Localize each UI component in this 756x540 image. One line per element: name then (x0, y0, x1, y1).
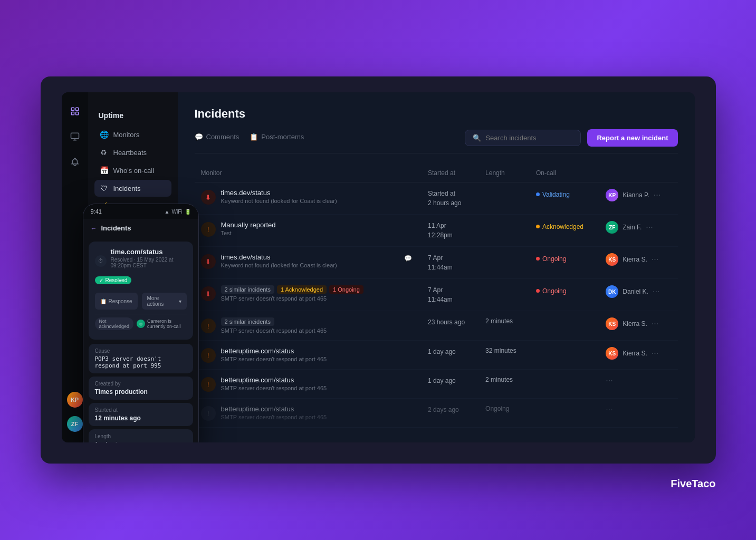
length-value: 32 minutes (479, 341, 530, 370)
mobile-length-label: Length (95, 433, 187, 439)
main-content: Incidents 💬 Comments 📋 Post-mortems 🔍 (178, 92, 695, 442)
table-row[interactable]: ! Manually reported Test 11 Apr12:28pm (195, 215, 678, 247)
monitor-status-icon: ⬇ (201, 254, 216, 269)
mobile-action-row: 📋 Response More actions ▾ (95, 293, 187, 310)
started-time: 7 Apr11:44am (422, 247, 479, 279)
oncall-cell: KS Kierra S. ··· (606, 347, 671, 360)
page-title: Incidents (195, 107, 678, 121)
post-mortems-icon: 📋 (250, 133, 258, 141)
started-time: 11 Apr12:28pm (422, 215, 479, 247)
table-row[interactable]: ⬇ times.dev/status Keyword not found (lo… (195, 182, 678, 215)
search-input[interactable] (485, 134, 573, 142)
oncall-icon: 📅 (100, 166, 108, 175)
brand-logo: FiveTaco (671, 478, 715, 490)
mobile-incident-title: time.com/status (111, 248, 187, 256)
mobile-back-button[interactable]: ← (91, 225, 97, 232)
search-box: 🔍 (465, 130, 581, 146)
mobile-badge-row: Not acknowledged C Cameron is currently … (95, 314, 187, 333)
sidebar-nav-icon-3[interactable] (66, 153, 83, 170)
incidents-table: Monitor Started at Length On-call (195, 164, 678, 428)
sidebar-item-monitors[interactable]: 🌐 Monitors (94, 126, 171, 143)
svg-rect-1 (75, 108, 78, 110)
status-dot (536, 289, 540, 293)
more-button[interactable]: ··· (652, 319, 658, 329)
oncall-avatar: KS (606, 253, 618, 266)
mobile-overlay: 9:41 ▲WiFi🔋 ← Incidents ⏱ time.com/statu (83, 204, 199, 442)
table-row[interactable]: ⬇ 2 similar incidents 1 Acknowledged 1 O… (195, 279, 678, 311)
started-time: 2 days ago (422, 399, 479, 428)
mobile-more-actions-button[interactable]: More actions ▾ (142, 293, 187, 310)
monitor-status-icon: ! (201, 406, 216, 421)
similar-incidents-badge: 2 similar incidents (221, 317, 274, 326)
col-spacer (398, 164, 422, 182)
mobile-cause-section: Cause POP3 server doesn't respond at por… (89, 344, 193, 373)
user-avatar-1[interactable]: KP (67, 392, 83, 408)
acknowledged-badge: 1 Acknowledged (277, 285, 327, 294)
mobile-status-bar: 9:41 ▲WiFi🔋 (83, 204, 198, 219)
more-button[interactable]: ··· (606, 405, 613, 414)
status-badge: Ongoing (536, 255, 566, 263)
user-avatar-2[interactable]: ZF (67, 416, 83, 432)
table-row[interactable]: ! betteruptime.com/status SMTP server do… (195, 370, 678, 399)
monitor-status-icon: ! (201, 319, 216, 333)
sidebar-nav-icon-1[interactable] (66, 103, 83, 120)
heartbeats-icon: ♻ (100, 148, 108, 157)
oncall-cell: DK Daniel K. ··· (606, 285, 671, 298)
monitor-status-icon: ! (201, 222, 216, 237)
sidebar-item-heartbeats[interactable]: ♻ Heartbeats (94, 144, 171, 161)
table-row[interactable]: ! betteruptime.com/status SMTP server do… (195, 341, 678, 370)
sidebar-item-oncall[interactable]: 📅 Who's on-call (94, 162, 171, 179)
col-actions (599, 164, 677, 182)
oncall-cell: KS Kierra S. ··· (606, 253, 671, 266)
incidents-icon: 🛡 (100, 184, 108, 192)
mobile-incident-subtitle: Resolved · 15 May 2022 at 09:20pm CEST (111, 257, 187, 268)
mobile-started-section: Started at 12 minutes ago (89, 403, 193, 426)
tab-post-mortems[interactable]: 📋 Post-mortems (250, 133, 304, 143)
tab-comments[interactable]: 💬 Comments (195, 133, 240, 143)
status-dot (536, 225, 540, 228)
oncall-avatar: KP (606, 189, 618, 201)
svg-rect-3 (75, 112, 78, 115)
sidebar-nav-icon-2[interactable] (66, 128, 83, 145)
mobile-time: 9:41 (91, 208, 102, 215)
report-new-incident-button[interactable]: Report a new incident (587, 129, 677, 147)
comments-icon: 💬 (195, 133, 203, 141)
more-button[interactable]: ··· (646, 223, 653, 232)
mobile-created-label: Created by (95, 381, 187, 387)
monitor-status-icon: ! (201, 377, 216, 392)
more-button[interactable]: ··· (652, 349, 658, 358)
search-icon: 🔍 (473, 134, 481, 142)
mobile-resolved-badge: ✓ Resolved (95, 276, 132, 284)
table-row[interactable]: ⬇ times.dev/status Keyword not found (lo… (195, 247, 678, 279)
more-button[interactable]: ··· (654, 190, 661, 200)
more-button[interactable]: ··· (652, 255, 658, 264)
status-dot (536, 192, 540, 196)
more-button[interactable]: ··· (653, 287, 659, 296)
sidebar-item-incidents[interactable]: 🛡 Incidents (94, 180, 171, 197)
started-time: 1 day ago (422, 341, 479, 370)
col-monitor: Monitor (195, 164, 398, 182)
mobile-page-title: Incidents (101, 224, 131, 232)
mobile-length-section: Length 1 minute (89, 429, 193, 442)
mobile-monitor-icon: ⏱ (95, 255, 107, 267)
col-oncall: On-call (530, 164, 599, 182)
status-badge: Validating (536, 191, 570, 198)
status-badge: Acknowledged (536, 223, 583, 230)
length-value (479, 182, 530, 215)
oncall-cell: KS Kierra S. ··· (606, 317, 671, 330)
mobile-not-acknowledged-badge: Not acknowledged (95, 317, 134, 330)
oncall-cell: ZF Zain F. ··· (606, 221, 671, 234)
similar-incidents-badge: 2 similar incidents (221, 285, 274, 294)
mobile-length-value: 1 minute (95, 441, 187, 442)
length-value: Ongoing (479, 399, 530, 428)
table-row[interactable]: ! betteruptime.com/status SMTP server do… (195, 399, 678, 428)
oncall-avatar: DK (606, 285, 618, 298)
col-started: Started at (422, 164, 479, 182)
ongoing-badge: 1 Ongoing (329, 285, 363, 294)
more-button[interactable]: ··· (606, 376, 613, 385)
started-time: Started at2 hours ago (422, 182, 479, 215)
oncall-avatar: ZF (606, 221, 618, 234)
table-row[interactable]: ! 2 similar incidents SMTP server doesn'… (195, 311, 678, 341)
mobile-response-button[interactable]: 📋 Response (95, 293, 138, 310)
mobile-oncall-info: C Cameron is currently on-call (137, 319, 186, 329)
